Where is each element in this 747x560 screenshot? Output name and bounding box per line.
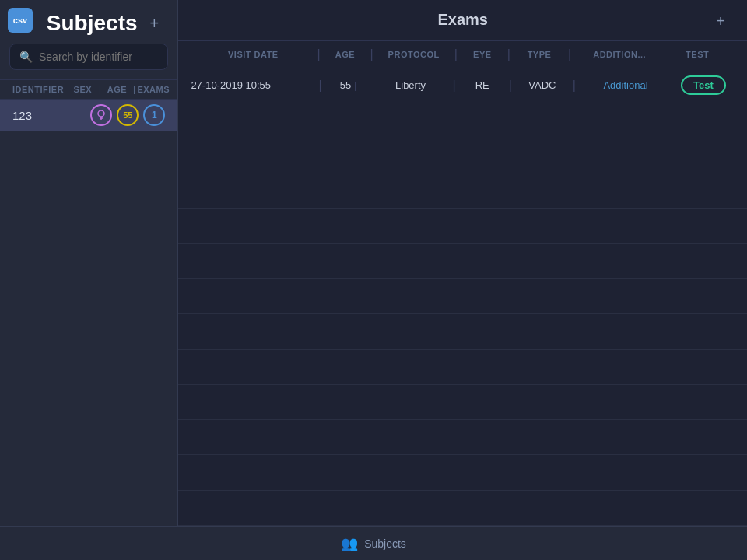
empty-exam-row	[178, 173, 747, 208]
th-age: AGE	[322, 50, 369, 59]
empty-row	[0, 383, 177, 411]
exams-table-header: VISIT DATE | AGE | PROTOCOL | EYE | TYPE…	[178, 41, 747, 68]
empty-row	[0, 327, 177, 355]
exam-row: 27-10-2019 10:55 | 55 | Liberty | RE | V…	[178, 68, 747, 103]
empty-row	[0, 131, 177, 159]
exam-additional: Additional	[579, 79, 672, 91]
empty-exam-row	[178, 244, 747, 279]
sex-badge	[90, 104, 112, 126]
empty-exam-row	[178, 420, 747, 455]
empty-exam-row	[178, 138, 747, 173]
empty-row	[0, 299, 177, 327]
exam-test: Test	[672, 75, 735, 95]
subject-row[interactable]: 123 55 1	[0, 100, 177, 131]
empty-row	[0, 439, 177, 467]
empty-row	[0, 271, 177, 299]
th-protocol: PROTOCOL	[375, 50, 453, 59]
exams-title: Exams	[437, 11, 488, 29]
empty-exam-row	[178, 103, 747, 138]
gender-icon	[96, 110, 107, 121]
main-layout: Subjects + 🔍 IDENTIFIER SEX | AGE | EXAM…	[0, 0, 747, 526]
search-icon: 🔍	[19, 51, 33, 63]
search-input-wrap[interactable]: 🔍	[9, 44, 168, 70]
test-button[interactable]: Test	[681, 75, 726, 95]
exam-visit-date: 27-10-2019 10:55	[191, 79, 315, 91]
empty-row	[0, 355, 177, 383]
empty-exam-row	[178, 455, 747, 490]
sidebar-title: Subjects	[47, 11, 138, 36]
col-age-header: AGE	[103, 85, 131, 94]
exam-type: VADC	[515, 79, 570, 91]
th-type: TYPE	[512, 50, 566, 59]
exams-add-button[interactable]: +	[710, 11, 731, 33]
subjects-nav-label: Subjects	[364, 537, 406, 550]
empty-row	[0, 243, 177, 271]
search-container: 🔍	[0, 44, 177, 79]
empty-exam-row	[178, 350, 747, 385]
bottom-nav: 👥 Subjects	[0, 526, 747, 560]
empty-exam-row	[178, 385, 747, 420]
subject-list: 123 55 1	[0, 100, 177, 526]
svg-point-0	[98, 110, 104, 117]
sidebar-add-button[interactable]: +	[143, 12, 165, 34]
right-panel: Exams + VISIT DATE | AGE | PROTOCOL | EY…	[178, 0, 747, 526]
col-sex-header: SEX	[68, 85, 96, 94]
exam-age: 55 |	[325, 79, 372, 91]
logo-text: csv	[13, 16, 27, 25]
empty-exam-row	[178, 491, 747, 526]
exam-eye: RE	[459, 79, 506, 91]
subject-badges: 55 1	[90, 104, 165, 126]
empty-row	[0, 159, 177, 187]
right-header: Exams +	[178, 0, 747, 41]
empty-exam-row	[178, 209, 747, 244]
empty-exam-row	[178, 314, 747, 349]
th-additional: ADDITION...	[573, 50, 666, 59]
exams-badge: 1	[143, 104, 165, 126]
search-input[interactable]	[39, 51, 158, 63]
age-badge: 55	[117, 104, 139, 126]
empty-row	[0, 411, 177, 439]
th-visit-date: VISIT DATE	[191, 50, 315, 59]
col-identifier-header: IDENTIFIER	[12, 85, 68, 94]
col-exams-header: EXAMS	[137, 85, 165, 94]
th-eye: EYE	[459, 50, 506, 59]
empty-row	[0, 215, 177, 243]
exam-protocol: Liberty	[372, 79, 450, 91]
app-logo: csv	[8, 8, 33, 33]
subject-identifier: 123	[12, 109, 90, 122]
subject-list-header: IDENTIFIER SEX | AGE | EXAMS	[0, 79, 177, 100]
th-test: TEST	[666, 50, 728, 59]
empty-row	[0, 187, 177, 215]
sidebar: Subjects + 🔍 IDENTIFIER SEX | AGE | EXAM…	[0, 0, 178, 526]
subjects-nav-icon: 👥	[341, 535, 358, 552]
empty-exam-row	[178, 279, 747, 314]
